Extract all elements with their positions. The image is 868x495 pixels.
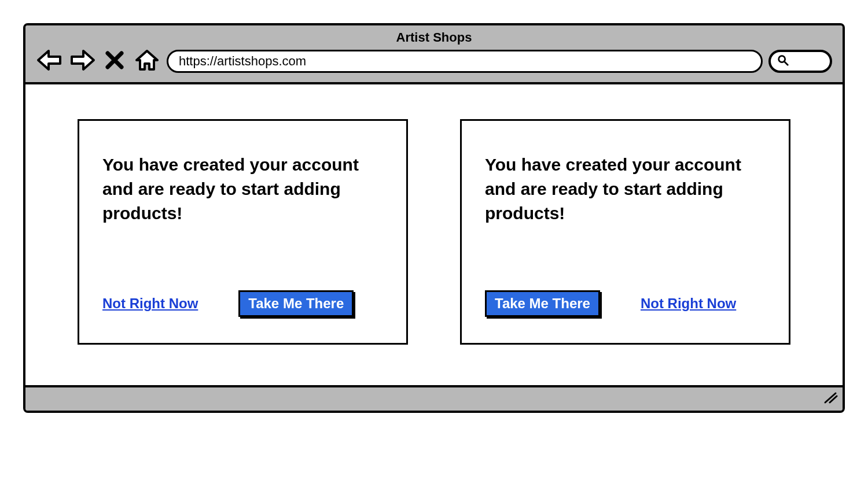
card-actions: Not Right Now Take Me There xyxy=(102,290,383,317)
svg-line-1 xyxy=(785,62,788,65)
browser-statusbar xyxy=(25,385,843,411)
not-right-now-link[interactable]: Not Right Now xyxy=(102,295,198,312)
home-icon[interactable] xyxy=(133,49,161,74)
back-icon[interactable] xyxy=(36,49,64,74)
forward-icon[interactable] xyxy=(68,49,96,74)
onboarding-card-left: You have created your account and are re… xyxy=(78,119,408,345)
browser-title: Artist Shops xyxy=(36,29,832,49)
onboarding-message: You have created your account and are re… xyxy=(485,153,766,226)
search-field[interactable] xyxy=(768,50,832,73)
content-area: You have created your account and are re… xyxy=(25,84,843,385)
search-icon xyxy=(777,54,789,69)
not-right-now-link[interactable]: Not Right Now xyxy=(641,295,736,312)
nav-icons xyxy=(36,49,161,74)
address-bar[interactable] xyxy=(167,50,763,73)
address-bar-wrap xyxy=(167,50,763,73)
onboarding-card-right: You have created your account and are re… xyxy=(460,119,790,345)
browser-window: Artist Shops xyxy=(23,23,845,413)
take-me-there-button[interactable]: Take Me There xyxy=(485,290,600,317)
browser-toolbar xyxy=(36,49,832,74)
card-actions: Take Me There Not Right Now xyxy=(485,290,766,317)
resize-grip-icon[interactable] xyxy=(823,391,838,407)
browser-chrome: Artist Shops xyxy=(25,25,843,84)
take-me-there-button[interactable]: Take Me There xyxy=(238,290,354,317)
onboarding-message: You have created your account and are re… xyxy=(102,153,383,226)
close-icon[interactable] xyxy=(101,49,128,74)
